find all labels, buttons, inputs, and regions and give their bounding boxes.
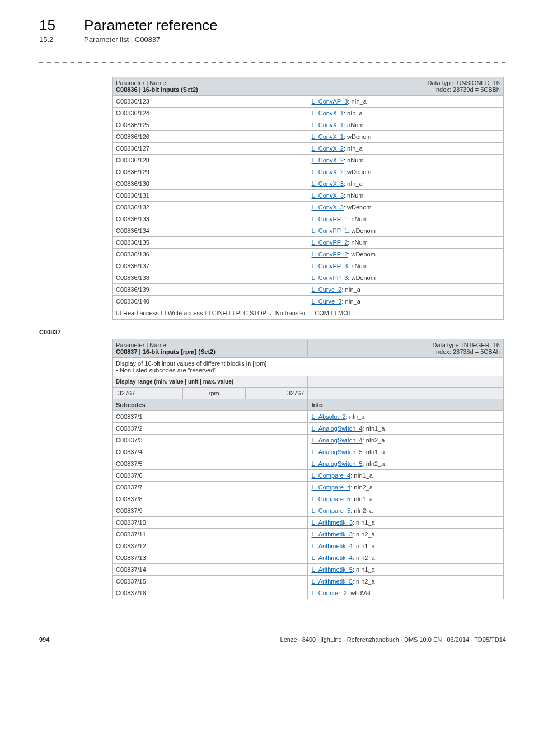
fb-link[interactable]: L_Compare_5: [311, 507, 350, 514]
fb-link[interactable]: L_ConvPP_1: [312, 216, 348, 222]
section-number: 15.2: [39, 35, 73, 44]
access-flags: ☑ Read access ☐ Write access ☐ CINH ☐ PL…: [113, 307, 504, 320]
section-title: Parameter list | C00837: [84, 35, 160, 44]
info-cell: L_Arithmetik_3: nIn1_a: [308, 517, 504, 529]
fb-link[interactable]: L_ConvX_3: [312, 192, 344, 199]
fb-link[interactable]: L_Arithmetik_5: [311, 578, 352, 585]
subcode-cell: C00837/1: [113, 411, 308, 423]
info-cell: L_ConvPP_3: nNum: [308, 260, 504, 272]
display-range-label: Display range (min. value | unit | max. …: [113, 376, 308, 388]
divider: _ _ _ _ _ _ _ _ _ _ _ _ _ _ _ _ _ _ _ _ …: [39, 55, 506, 63]
fb-link[interactable]: L_ConvX_1: [312, 110, 344, 116]
info-cell: L_Arithmetik_5: nIn1_a: [308, 564, 504, 576]
fb-link[interactable]: L_ConvX_1: [312, 133, 344, 140]
fb-link[interactable]: L_ConvAP_3: [312, 98, 348, 105]
subcode-cell: C00837/6: [113, 470, 308, 482]
info-cell: L_ConvPP_1: wDenom: [308, 225, 504, 237]
fb-link[interactable]: L_ConvX_2: [312, 145, 344, 152]
fb-link[interactable]: L_Arithmetik_5: [311, 566, 352, 573]
chapter-title: Parameter reference: [84, 17, 217, 34]
subcode-cell: C00837/11: [113, 529, 308, 540]
anchor-c00837: C00837: [39, 329, 506, 335]
fb-link[interactable]: L_ConvPP_2: [312, 239, 348, 246]
info-cell: L_ConvX_1: nIn_a: [308, 108, 504, 119]
fb-link[interactable]: L_ConvX_2: [312, 157, 344, 164]
info-cell: L_Compare_4: nIn1_a: [308, 470, 504, 482]
subcode-cell: C00836/125: [113, 119, 308, 131]
info-cell: L_ConvX_1: nNum: [308, 119, 504, 131]
fb-link[interactable]: L_ConvPP_1: [312, 227, 348, 234]
subcodes-header: Subcodes: [113, 399, 308, 411]
info-cell: L_ConvX_3: nNum: [308, 190, 504, 202]
fb-link[interactable]: L_ConvPP_3: [312, 274, 348, 281]
subcode-cell: C00836/137: [113, 260, 308, 272]
subcode-cell: C00836/138: [113, 272, 308, 284]
fb-link[interactable]: L_Curve_3: [312, 298, 342, 305]
fb-link[interactable]: L_Absolut_2: [311, 413, 345, 420]
fb-link[interactable]: L_AnalogSwitch_5: [311, 460, 362, 467]
info-cell: L_Curve_2: nIn_a: [308, 284, 504, 296]
subcode-cell: C00836/136: [113, 249, 308, 260]
info-cell: L_ConvX_3: wDenom: [308, 202, 504, 213]
table-c00837: Parameter | Name: C00837 | 16-bit inputs…: [112, 339, 504, 599]
table-c00836: Parameter | Name: C00836 | 16-bit inputs…: [112, 77, 504, 320]
fb-link[interactable]: L_Compare_5: [311, 496, 350, 502]
info-cell: L_ConvX_2: nIn_a: [308, 143, 504, 155]
subcode-cell: C00837/3: [113, 435, 308, 446]
info-cell: L_Arithmetik_4: nIn2_a: [308, 552, 504, 564]
info-cell: L_ConvX_2: nNum: [308, 155, 504, 166]
subcode-cell: C00837/13: [113, 552, 308, 564]
info-cell: L_ConvX_3: nIn_a: [308, 178, 504, 190]
info-cell: L_AnalogSwitch_4: nIn2_a: [308, 435, 504, 446]
param-label: Parameter | Name:: [116, 342, 304, 348]
fb-link[interactable]: L_ConvX_1: [312, 122, 344, 128]
fb-link[interactable]: L_AnalogSwitch_4: [311, 437, 362, 444]
description-line: • Non-listed subcodes are "reserved".: [116, 367, 500, 374]
range-unit: rpm: [182, 388, 245, 399]
fb-link[interactable]: L_Arithmetik_3: [311, 519, 352, 526]
info-cell: L_Arithmetik_3: nIn2_a: [308, 529, 504, 540]
subcode-cell: C00836/135: [113, 237, 308, 249]
fb-link[interactable]: L_Compare_4: [311, 484, 350, 491]
subcode-cell: C00836/128: [113, 155, 308, 166]
info-cell: L_Absolut_2: nIn_a: [308, 411, 504, 423]
subcode-cell: C00837/14: [113, 564, 308, 576]
fb-link[interactable]: L_ConvPP_3: [312, 263, 348, 269]
param-name: C00837 | 16-bit inputs [rpm] (Set2): [116, 348, 304, 355]
subcode-cell: C00837/10: [113, 517, 308, 529]
subcode-cell: C00836/139: [113, 284, 308, 296]
subcode-cell: C00837/9: [113, 505, 308, 517]
info-cell: L_AnalogSwitch_5: nIn2_a: [308, 458, 504, 470]
fb-link[interactable]: L_ConvX_2: [312, 169, 344, 175]
info-cell: L_Compare_5: nIn1_a: [308, 493, 504, 505]
fb-link[interactable]: L_AnalogSwitch_5: [311, 449, 362, 455]
description-line: Display of 16-bit input values of differ…: [116, 360, 500, 367]
fb-link[interactable]: L_Curve_2: [312, 286, 342, 293]
fb-link[interactable]: L_ConvPP_2: [312, 251, 348, 258]
page-number: 994: [39, 636, 49, 643]
fb-link[interactable]: L_Arithmetik_4: [311, 554, 352, 561]
info-cell: L_Arithmetik_5: nIn2_a: [308, 576, 504, 587]
info-cell: L_ConvPP_2: wDenom: [308, 249, 504, 260]
subcode-cell: C00837/7: [113, 482, 308, 493]
fb-link[interactable]: L_ConvX_3: [312, 180, 344, 187]
subcode-cell: C00836/134: [113, 225, 308, 237]
fb-link[interactable]: L_AnalogSwitch_4: [311, 425, 362, 432]
fb-link[interactable]: L_ConvX_3: [312, 204, 344, 211]
subcode-cell: C00836/140: [113, 296, 308, 307]
info-cell: L_Counter_2: wLdVal: [308, 587, 504, 599]
subcode-cell: C00837/12: [113, 540, 308, 552]
fb-link[interactable]: L_Counter_2: [311, 590, 347, 596]
subcode-cell: C00837/8: [113, 493, 308, 505]
info-cell: L_AnalogSwitch_5: nIn1_a: [308, 446, 504, 458]
subcode-cell: C00836/126: [113, 131, 308, 143]
info-cell: L_Compare_5: nIn2_a: [308, 505, 504, 517]
subcode-cell: C00837/4: [113, 446, 308, 458]
subcode-cell: C00836/124: [113, 108, 308, 119]
subcode-cell: C00836/123: [113, 96, 308, 108]
fb-link[interactable]: L_Arithmetik_4: [311, 543, 352, 549]
fb-link[interactable]: L_Arithmetik_3: [311, 531, 352, 538]
fb-link[interactable]: L_Compare_4: [311, 472, 350, 479]
subcode-cell: C00837/5: [113, 458, 308, 470]
info-cell: L_Compare_4: nIn2_a: [308, 482, 504, 493]
